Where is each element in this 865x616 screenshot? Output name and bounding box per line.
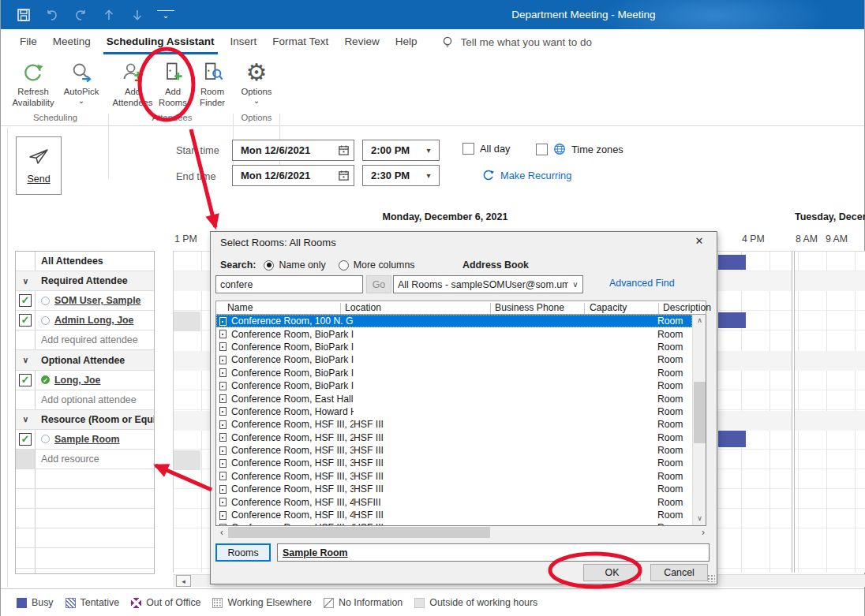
add-optional-attendee-placeholder[interactable]: Add optional attendee [36, 394, 154, 405]
room-row[interactable]: Conference Room, HSF III, 3010 HSF III R… [216, 444, 692, 457]
column-business-phone[interactable]: Business Phone [495, 302, 564, 313]
room-row[interactable]: Conference Room, BioPark II, 602 Room [216, 353, 692, 366]
optional-attendee-group-row[interactable]: ∨ Optional Attendee [16, 350, 154, 370]
horizontal-scrollbar[interactable]: ‹ › [215, 526, 706, 539]
send-button[interactable]: Send [16, 136, 62, 195]
tell-me-box[interactable]: Tell me what you want to do [442, 35, 592, 50]
resize-grip[interactable] [707, 574, 715, 582]
autopick-button[interactable]: AutoPick ⌄ [59, 57, 103, 104]
combo-chevron-icon[interactable]: ∨ [568, 280, 582, 289]
move-up-icon[interactable] [100, 6, 118, 24]
tab-review[interactable]: Review [336, 29, 387, 55]
add-resource-placeholder[interactable]: Add resource [36, 454, 154, 465]
attendee-name-link[interactable]: Admin Long, Joe [54, 315, 134, 326]
required-attendee-group-row[interactable]: ∨ Required Attendee [16, 271, 154, 291]
add-rooms-button[interactable]: Add Rooms [153, 57, 193, 108]
attendee-checkbox[interactable]: ✓ [19, 314, 32, 327]
room-row[interactable]: Conference Room, East Hall Roo... Room [216, 392, 692, 405]
attendee-name-link[interactable]: Sample Room [54, 434, 120, 445]
all-day-checkbox[interactable]: All day [462, 143, 510, 155]
room-finder-button[interactable]: Room Finder [193, 57, 232, 108]
scrollbar-thumb[interactable] [694, 382, 706, 443]
scroll-up-icon[interactable]: ∧ [693, 315, 706, 327]
customize-qat-icon[interactable]: ⌄ [157, 10, 174, 19]
room-row[interactable]: Conference Room, HSF III, 4020 HSF III R… [216, 509, 692, 521]
room-row[interactable]: Conference Room, BioPark II, 605 Room [216, 367, 692, 379]
room-row[interactable]: Conference Room, BioPark II, 509 Room [216, 327, 692, 340]
ok-button[interactable]: OK [583, 564, 641, 581]
resource-group-row[interactable]: ∨ Resource (Room or Equip... [16, 410, 154, 430]
end-time-input[interactable]: 2:30 PM ▾ [362, 165, 440, 186]
end-date-input[interactable]: Mon 12/6/2021 [232, 165, 354, 186]
column-location[interactable]: Location [345, 302, 381, 313]
calendar-scroll-left-button[interactable]: ◂ [176, 575, 191, 587]
close-icon[interactable]: ✕ [690, 235, 709, 251]
calendar-picker-icon[interactable] [333, 166, 354, 185]
scrollbar-thumb[interactable] [228, 527, 490, 538]
address-book-dropdown[interactable]: All Rooms - sampleSOMUser@som.umaryla ∨ [393, 275, 583, 293]
time-zones-checkbox-box[interactable] [536, 144, 548, 155]
collapse-chevron-icon[interactable]: ∨ [16, 410, 36, 429]
tab-meeting[interactable]: Meeting [45, 29, 99, 55]
rooms-button[interactable]: Rooms [215, 543, 271, 562]
all-day-checkbox-box[interactable] [462, 143, 474, 155]
scroll-right-icon[interactable]: › [702, 527, 705, 538]
collapse-chevron-icon[interactable]: ∨ [16, 271, 36, 290]
group-options-label: Options [242, 113, 272, 125]
add-required-attendee-placeholder[interactable]: Add required attendee [36, 334, 154, 345]
attendee-checkbox[interactable]: ✓ [19, 294, 32, 307]
add-resource-row[interactable]: Add resource [16, 450, 154, 469]
start-date-input[interactable]: Mon 12/6/2021 [232, 140, 354, 161]
room-row[interactable]: Conference Room, HSF III, 3020 HSF III R… [216, 457, 692, 469]
attendee-checkbox[interactable]: ✓ [19, 374, 32, 386]
add-required-attendee-row[interactable]: Add required attendee [16, 330, 154, 350]
collapse-chevron-icon[interactable]: ∨ [16, 350, 36, 369]
calendar-picker-icon[interactable] [333, 140, 354, 160]
make-recurring-link[interactable]: Make Recurring [482, 169, 571, 181]
room-row[interactable]: Conference Room, BioPark II, 639 Room [216, 379, 692, 392]
undo-icon[interactable] [43, 6, 61, 24]
attendee-checkbox[interactable]: ✓ [19, 433, 32, 446]
time-dropdown-icon[interactable]: ▾ [418, 140, 439, 160]
room-row[interactable]: Conference Room, HSF III, 4010 HSFIII Ro… [216, 495, 692, 508]
room-row[interactable]: Conference Room, HSF III, 3102 HSF III R… [216, 470, 692, 483]
tab-file[interactable]: File [12, 29, 45, 55]
name-only-radio[interactable] [264, 260, 274, 271]
search-input[interactable]: confere [215, 275, 363, 293]
cancel-button[interactable]: Cancel [650, 564, 708, 581]
time-zones-checkbox[interactable]: Time zones [536, 143, 623, 155]
room-row[interactable]: Conference Room, BioPark II, 529 Room [216, 341, 692, 353]
vertical-scrollbar[interactable]: ∧ ∨ [692, 315, 706, 525]
advanced-find-link[interactable]: Advanced Find [609, 278, 675, 289]
more-columns-label[interactable]: More columns [354, 259, 415, 271]
tab-format-text[interactable]: Format Text [264, 29, 336, 55]
tab-insert[interactable]: Insert [223, 29, 265, 55]
add-optional-attendee-row[interactable]: Add optional attendee [16, 390, 154, 410]
options-button[interactable]: ⚙ Options ⌄ [235, 57, 278, 104]
save-icon[interactable] [15, 6, 32, 24]
attendee-name-link[interactable]: SOM User, Sample [54, 295, 141, 306]
start-time-input[interactable]: 2:00 PM ▾ [362, 140, 440, 161]
move-down-icon[interactable] [129, 6, 146, 24]
room-row[interactable]: Conference Room, Howard Hall ... Room [216, 405, 692, 418]
room-row[interactable]: Conference Room, HSF III, 3118 HSF III R… [216, 483, 692, 495]
add-attendees-button[interactable]: Add Attendees [112, 57, 153, 108]
room-row[interactable]: Conference Room, HSF III, 2010 HSF III R… [216, 418, 692, 431]
rooms-field[interactable]: Sample Room [277, 543, 710, 562]
time-dropdown-icon[interactable]: ▾ [418, 166, 439, 185]
tab-help[interactable]: Help [388, 29, 425, 55]
column-name[interactable]: Name [227, 302, 253, 313]
column-capacity[interactable]: Capacity [590, 302, 627, 313]
scroll-left-icon[interactable]: ‹ [215, 527, 228, 538]
more-columns-radio[interactable] [339, 260, 349, 271]
refresh-availability-button[interactable]: Refresh Availability [7, 57, 59, 108]
attendee-name-link[interactable]: Long, Joe [54, 375, 101, 386]
room-row[interactable]: Conference Room, 100 N. Green... Room [216, 315, 692, 327]
room-row[interactable]: Conference Room, HSF III, 2102 HSF III R… [216, 431, 692, 444]
column-description[interactable]: Description [663, 302, 711, 313]
name-only-label[interactable]: Name only [279, 259, 325, 271]
go-button[interactable]: Go [366, 275, 391, 293]
tab-scheduling-assistant[interactable]: Scheduling Assistant [99, 29, 223, 55]
redo-icon[interactable] [72, 6, 89, 24]
scroll-down-icon[interactable]: ∨ [693, 513, 706, 525]
